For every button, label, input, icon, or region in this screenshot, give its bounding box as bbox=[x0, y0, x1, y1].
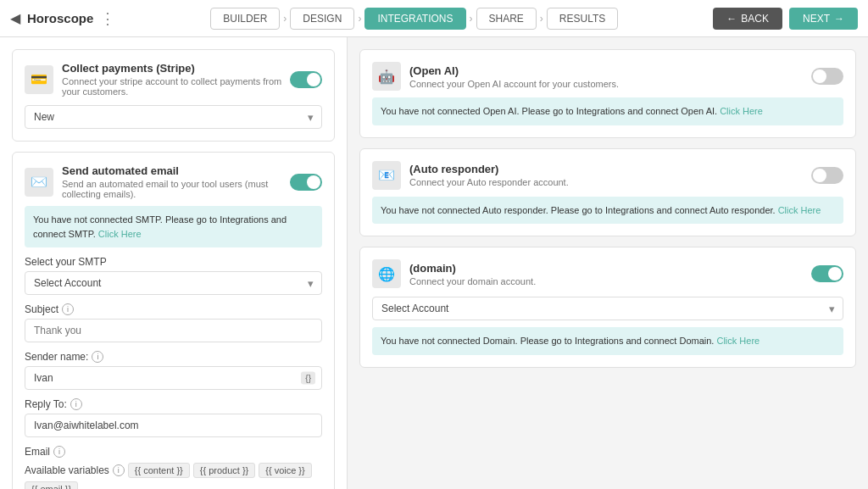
subject-input[interactable] bbox=[25, 319, 322, 342]
reply-to-input[interactable] bbox=[25, 414, 322, 437]
sender-label-text: Sender name: bbox=[25, 351, 88, 363]
left-panel: 💳 Collect payments (Stripe) Connect your… bbox=[0, 37, 348, 489]
autoresponder-click-here-link[interactable]: Click Here bbox=[778, 205, 821, 215]
collect-payments-toggle[interactable] bbox=[290, 71, 322, 88]
next-button[interactable]: NEXT → bbox=[789, 8, 858, 30]
email-label: Email bbox=[25, 446, 50, 458]
domain-click-here-link[interactable]: Click Here bbox=[716, 336, 760, 346]
nav-steps: BUILDER › DESIGN › INTEGRATIONS › SHARE … bbox=[210, 8, 618, 30]
back-button[interactable]: ← BACK bbox=[713, 8, 782, 30]
autoresponder-title: (Auto responder) bbox=[409, 163, 569, 175]
domain-icon: 🌐 bbox=[372, 259, 401, 288]
stripe-account-select[interactable]: New bbox=[25, 105, 322, 129]
next-btn-label: NEXT bbox=[803, 13, 830, 25]
step-builder[interactable]: BUILDER bbox=[210, 8, 280, 30]
sender-group: Sender name: i {} bbox=[25, 351, 322, 390]
domain-toggle[interactable] bbox=[811, 265, 843, 282]
smtp-select-group: Select your SMTP Select Account bbox=[25, 256, 322, 295]
step-arrow-2: › bbox=[358, 13, 361, 25]
autoresponder-info: (Auto responder) Connect your Auto respo… bbox=[409, 163, 569, 187]
openai-header-left: 🤖 (Open AI) Connect your Open AI account… bbox=[372, 62, 619, 91]
autoresponder-toggle[interactable] bbox=[811, 167, 843, 184]
domain-header: 🌐 (domain) Connect your domain account. bbox=[372, 259, 843, 288]
openai-icon: 🤖 bbox=[372, 62, 401, 91]
autoresponder-desc: Connect your Auto responder account. bbox=[409, 177, 569, 187]
openai-info-box: You have not connected Open AI. Please g… bbox=[372, 97, 843, 125]
step-arrow-1: › bbox=[283, 13, 287, 25]
smtp-info-text: You have not connected SMTP. Please go t… bbox=[33, 214, 287, 239]
send-email-desc: Send an automated email to your tool use… bbox=[62, 179, 290, 199]
autoresponder-info-box: You have not connected Auto responder. P… bbox=[372, 197, 843, 225]
domain-select-group: Select Account bbox=[372, 297, 843, 320]
openai-toggle[interactable] bbox=[811, 68, 843, 85]
sender-label: Sender name: i bbox=[25, 351, 322, 363]
sender-info-icon[interactable]: i bbox=[92, 351, 103, 363]
available-vars-row: Available variables i {{ content }} {{ p… bbox=[25, 463, 322, 489]
autoresponder-toggle-knob bbox=[813, 169, 826, 182]
domain-info: (domain) Connect your domain account. bbox=[409, 262, 536, 286]
stripe-icon: 💳 bbox=[25, 65, 53, 94]
subject-label-text: Subject bbox=[25, 303, 58, 315]
step-results[interactable]: RESULTS bbox=[547, 8, 618, 30]
nav-title: Horoscope bbox=[27, 11, 93, 25]
email-info-icon[interactable]: i bbox=[53, 446, 65, 458]
smtp-select-wrapper: Select Account bbox=[25, 271, 322, 295]
smtp-info-box: You have not connected SMTP. Please go t… bbox=[25, 206, 322, 247]
toggle-knob bbox=[307, 73, 320, 86]
smtp-account-select[interactable]: Select Account bbox=[25, 271, 322, 295]
email-label-row: Email i bbox=[25, 446, 322, 458]
domain-title: (domain) bbox=[409, 262, 536, 275]
reply-to-info-icon[interactable]: i bbox=[70, 398, 82, 410]
step-share[interactable]: SHARE bbox=[476, 8, 537, 30]
domain-header-left: 🌐 (domain) Connect your domain account. bbox=[372, 259, 536, 288]
openai-title: (Open AI) bbox=[409, 64, 619, 77]
var-chip-email: {{ email }} bbox=[25, 481, 78, 489]
openai-click-here-link[interactable]: Click Here bbox=[720, 106, 763, 116]
sender-input-wrapper: {} bbox=[25, 366, 322, 390]
openai-card: 🤖 (Open AI) Connect your Open AI account… bbox=[359, 49, 856, 138]
collect-payments-dropdown-group: New bbox=[25, 105, 322, 129]
collect-payments-header-left: 💳 Collect payments (Stripe) Connect your… bbox=[25, 62, 290, 97]
domain-toggle-knob bbox=[828, 267, 842, 281]
autoresponder-header-left: 📧 (Auto responder) Connect your Auto res… bbox=[372, 161, 569, 190]
subject-group: Subject i bbox=[25, 303, 322, 342]
collect-payments-desc: Connect your stripe account to collect p… bbox=[62, 76, 290, 97]
smtp-label: Select your SMTP bbox=[25, 256, 322, 268]
nav-back-icon[interactable]: ◀ bbox=[10, 10, 20, 26]
domain-desc: Connect your domain account. bbox=[409, 276, 536, 286]
domain-select-wrapper: Select Account bbox=[372, 297, 843, 320]
sender-badge: {} bbox=[301, 372, 315, 385]
autoresponder-info-text: You have not connected Auto responder. P… bbox=[381, 205, 776, 215]
step-arrow-3: › bbox=[470, 13, 473, 25]
openai-info-text: You have not connected Open AI. Please g… bbox=[381, 106, 717, 116]
step-design[interactable]: DESIGN bbox=[290, 8, 354, 30]
sender-input[interactable] bbox=[25, 366, 322, 390]
back-arrow-icon: ← bbox=[726, 13, 737, 25]
nav-dots-icon[interactable]: ⋮ bbox=[100, 9, 115, 28]
collect-payments-header: 💳 Collect payments (Stripe) Connect your… bbox=[25, 62, 322, 97]
domain-account-select[interactable]: Select Account bbox=[372, 297, 843, 320]
right-panel: 🤖 (Open AI) Connect your Open AI account… bbox=[348, 37, 868, 489]
stripe-account-select-wrapper: New bbox=[25, 105, 322, 129]
reply-to-label: Reply To: i bbox=[25, 398, 322, 410]
autoresponder-icon: 📧 bbox=[372, 161, 401, 190]
send-email-card: ✉️ Send automated email Send an automate… bbox=[12, 152, 335, 489]
step-integrations[interactable]: INTEGRATIONS bbox=[364, 8, 465, 30]
step-arrow-4: › bbox=[540, 13, 543, 25]
subject-info-icon[interactable]: i bbox=[62, 303, 74, 315]
send-email-toggle-knob bbox=[307, 175, 320, 189]
nav-left: ◀ Horoscope ⋮ bbox=[10, 9, 115, 28]
send-email-header-left: ✉️ Send automated email Send an automate… bbox=[25, 164, 290, 199]
back-btn-label: BACK bbox=[741, 13, 769, 25]
openai-header: 🤖 (Open AI) Connect your Open AI account… bbox=[372, 62, 843, 91]
collect-payments-info: Collect payments (Stripe) Connect your s… bbox=[62, 62, 290, 97]
nav-right: ← BACK NEXT → bbox=[713, 8, 858, 30]
openai-toggle-knob bbox=[813, 69, 826, 83]
var-chip-product: {{ product }} bbox=[193, 463, 256, 478]
reply-to-label-text: Reply To: bbox=[25, 398, 67, 410]
send-email-info: Send automated email Send an automated e… bbox=[62, 164, 290, 199]
var-chip-content: {{ content }} bbox=[128, 463, 190, 478]
smtp-click-here-link[interactable]: Click Here bbox=[98, 229, 142, 239]
available-vars-info-icon[interactable]: i bbox=[113, 464, 125, 476]
send-email-toggle[interactable] bbox=[290, 174, 322, 191]
